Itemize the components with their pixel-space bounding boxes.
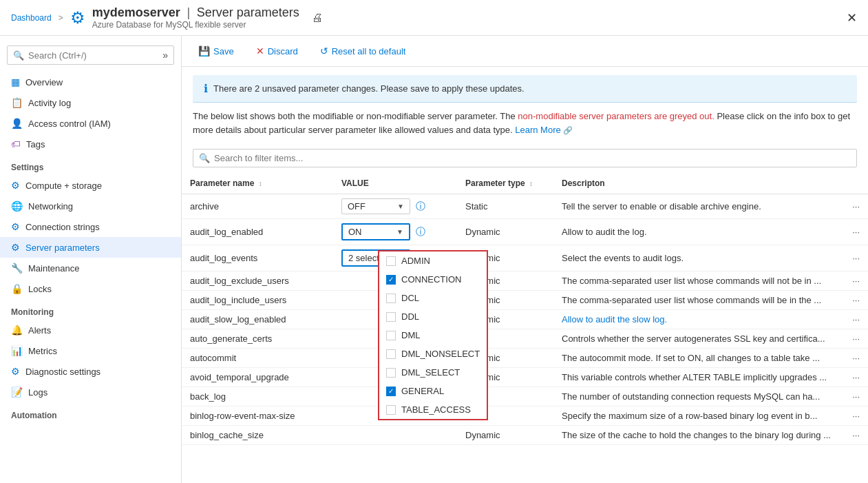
dropdown-item-dml-select[interactable]: DML_SELECT	[379, 363, 487, 382]
close-icon[interactable]: ✕	[847, 10, 857, 25]
description-cell: This variable controls whether ALTER TAB…	[553, 368, 868, 387]
sidebar-item-server-parameters[interactable]: ⚙ Server parameters	[0, 237, 181, 258]
sidebar: 🔍 » ▦ Overview 📋 Activity log 👤 Access c…	[0, 36, 182, 483]
search-filter[interactable]: 🔍	[193, 149, 857, 167]
sidebar-item-logs[interactable]: 📝 Logs	[0, 382, 181, 402]
checkbox-table-access[interactable]	[386, 405, 396, 415]
more-options-icon[interactable]: ···	[852, 253, 860, 263]
table-row: binlog_cache_size Dynamic The size of th…	[182, 426, 868, 445]
table-row: auto_generate_certs Static Controls whet…	[182, 329, 868, 349]
param-name-cell: avoid_temporal_upgrade	[182, 368, 333, 387]
sidebar-item-label: Activity log	[28, 98, 71, 108]
checkbox-admin[interactable]	[386, 256, 396, 266]
diagnostic-icon: ⚙	[11, 366, 20, 377]
dropdown-item-ddl[interactable]: DDL	[379, 307, 487, 326]
dropdown-item-label: DDL	[401, 311, 419, 322]
checkbox-dml[interactable]	[386, 331, 396, 340]
table-row: binlog-row-event-max-size Static Specify…	[182, 407, 868, 426]
param-name-cell: binlog-row-event-max-size	[182, 407, 333, 426]
server-subtitle: Azure Database for MySQL flexible server	[92, 20, 299, 30]
more-options-icon[interactable]: ···	[852, 295, 860, 305]
value-cell: ON ▼ ⓘ	[333, 219, 457, 245]
dropdown-value: OFF	[348, 201, 366, 212]
more-options-icon[interactable]: ···	[852, 411, 860, 421]
sidebar-item-access-control[interactable]: 👤 Access control (IAM)	[0, 113, 181, 134]
more-options-icon[interactable]: ···	[852, 333, 860, 344]
param-name-cell: auto_generate_certs	[182, 329, 333, 349]
table-row: audit_log_enabled ON ▼ ⓘ Dynamic	[182, 219, 868, 245]
more-options-icon[interactable]: ···	[852, 276, 860, 286]
col-param-name: Parameter name ↕	[182, 173, 333, 194]
dropdown-item-label: DCL	[401, 293, 419, 303]
checkbox-dcl[interactable]	[386, 294, 396, 303]
more-options-icon[interactable]: ···	[852, 201, 860, 212]
checkbox-dml-nonselect[interactable]	[386, 349, 396, 359]
sort-param-icon[interactable]: ↕	[259, 180, 262, 187]
checkbox-dml-select[interactable]	[386, 368, 396, 378]
checkbox-connection[interactable]: ✓	[386, 275, 396, 285]
sidebar-item-connection-strings[interactable]: ⚙ Connection strings	[0, 216, 181, 237]
sidebar-item-label: Overview	[25, 77, 63, 88]
monitoring-section-header: Monitoring	[0, 299, 181, 320]
sidebar-item-locks[interactable]: 🔒 Locks	[0, 278, 181, 299]
automation-section-header: Automation	[0, 402, 181, 423]
compute-icon: ⚙	[11, 180, 20, 191]
collapse-icon[interactable]: »	[162, 50, 168, 61]
dropdown-item-dml[interactable]: DML	[379, 326, 487, 345]
sidebar-item-metrics[interactable]: 📊 Metrics	[0, 340, 181, 361]
table-row: audit_slow_log_enabled Dynamic Allow to …	[182, 310, 868, 329]
sidebar-item-maintenance[interactable]: 🔧 Maintenance	[0, 258, 181, 278]
checkbox-ddl[interactable]	[386, 312, 396, 322]
table-row: audit_log_events 2 selected ▲ ⓘ Dynamic	[182, 245, 868, 271]
info-circle-icon[interactable]: ⓘ	[416, 226, 425, 238]
search-input[interactable]	[28, 50, 158, 61]
more-options-icon[interactable]: ···	[852, 227, 860, 237]
sidebar-item-overview[interactable]: ▦ Overview	[0, 72, 181, 92]
dropdown-archive[interactable]: OFF ▼	[341, 198, 410, 214]
dropdown-item-table-access[interactable]: TABLE_ACCESS	[379, 400, 487, 419]
sidebar-item-diagnostic-settings[interactable]: ⚙ Diagnostic settings	[0, 361, 181, 382]
info-circle-icon[interactable]: ⓘ	[416, 201, 425, 213]
more-options-icon[interactable]: ···	[852, 314, 860, 325]
toolbar: 💾 Save ✕ Discard ↺ Reset all to default	[182, 36, 868, 67]
param-type-cell: Static	[457, 194, 553, 219]
dropdown-item-general[interactable]: ✓ GENERAL	[379, 382, 487, 400]
value-cell: OFF ▼ ⓘ	[333, 194, 457, 219]
more-options-icon[interactable]: ···	[852, 430, 860, 440]
sidebar-item-networking[interactable]: 🌐 Networking	[0, 196, 181, 216]
discard-button[interactable]: ✕ Discard	[251, 43, 304, 59]
dropdown-item-admin[interactable]: ADMIN	[379, 251, 487, 270]
more-options-icon[interactable]: ···	[852, 372, 860, 382]
sidebar-item-label: Compute + storage	[25, 181, 102, 191]
filter-input[interactable]	[214, 153, 851, 163]
save-icon: 💾	[198, 45, 210, 56]
description-cell: The number of outstanding connection req…	[553, 387, 868, 407]
dropdown-item-dml-nonselect[interactable]: DML_NONSELECT	[379, 345, 487, 363]
dropdown-item-label: TABLE_ACCESS	[401, 404, 471, 415]
search-box[interactable]: 🔍 »	[7, 45, 174, 65]
sidebar-item-activity-log[interactable]: 📋 Activity log	[0, 92, 181, 113]
breadcrumb-dashboard[interactable]: Dashboard	[11, 13, 52, 23]
more-options-icon[interactable]: ···	[852, 391, 860, 402]
sidebar-item-alerts[interactable]: 🔔 Alerts	[0, 320, 181, 340]
sidebar-item-compute-storage[interactable]: ⚙ Compute + storage	[0, 175, 181, 196]
server-name: mydemoserver	[92, 6, 180, 19]
more-options-icon[interactable]: ···	[852, 353, 860, 363]
networking-icon: 🌐	[11, 201, 23, 212]
param-type-cell: Dynamic	[457, 219, 553, 245]
save-button[interactable]: 💾 Save	[193, 43, 240, 59]
reset-button[interactable]: ↺ Reset all to default	[315, 43, 412, 59]
learn-more-link[interactable]: Learn More	[515, 125, 560, 135]
top-bar: Dashboard > ⚙ mydemoserver | Server para…	[0, 0, 868, 36]
dropdown-item-connection[interactable]: ✓ CONNECTION	[379, 270, 487, 289]
description-cell: The comma-separated user list whose comm…	[553, 271, 868, 291]
info-icon: ℹ	[204, 82, 208, 95]
sort-type-icon[interactable]: ↕	[529, 180, 533, 187]
dropdown-audit-log-enabled[interactable]: ON ▼	[341, 223, 410, 240]
search-icon: 🔍	[13, 50, 24, 61]
sidebar-item-tags[interactable]: 🏷 Tags	[0, 134, 181, 154]
checkbox-general[interactable]: ✓	[386, 387, 396, 396]
print-icon[interactable]: 🖨	[312, 12, 323, 24]
dropdown-arrow-icon: ▼	[396, 228, 403, 236]
dropdown-item-dcl[interactable]: DCL	[379, 289, 487, 307]
